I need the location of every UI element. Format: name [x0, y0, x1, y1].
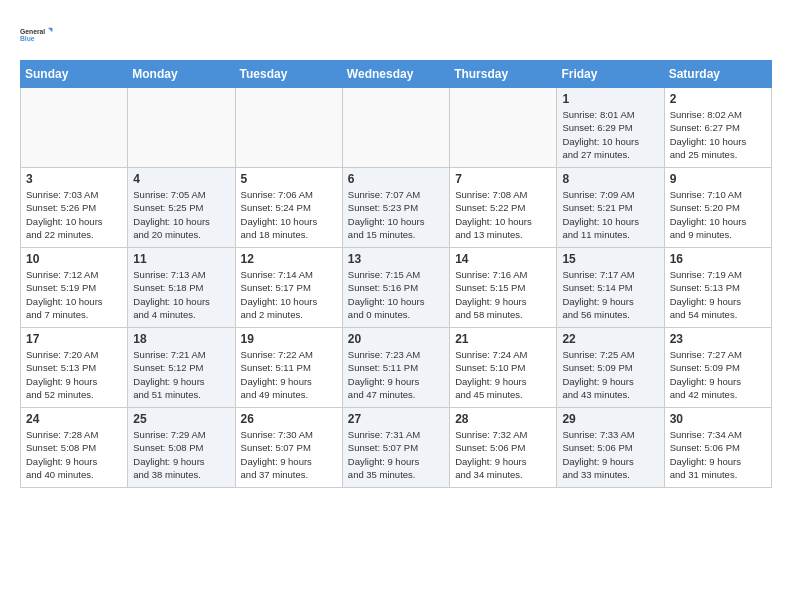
- calendar-cell: [128, 88, 235, 168]
- calendar-cell: 2Sunrise: 8:02 AMSunset: 6:27 PMDaylight…: [664, 88, 771, 168]
- calendar-cell: 1Sunrise: 8:01 AMSunset: 6:29 PMDaylight…: [557, 88, 664, 168]
- day-info: Sunrise: 7:28 AMSunset: 5:08 PMDaylight:…: [26, 428, 122, 481]
- calendar-cell: 27Sunrise: 7:31 AMSunset: 5:07 PMDayligh…: [342, 408, 449, 488]
- calendar-week-row: 17Sunrise: 7:20 AMSunset: 5:13 PMDayligh…: [21, 328, 772, 408]
- day-number: 28: [455, 412, 551, 426]
- svg-text:Blue: Blue: [20, 35, 35, 42]
- day-info: Sunrise: 7:12 AMSunset: 5:19 PMDaylight:…: [26, 268, 122, 321]
- day-number: 24: [26, 412, 122, 426]
- calendar-cell: 24Sunrise: 7:28 AMSunset: 5:08 PMDayligh…: [21, 408, 128, 488]
- calendar-week-row: 24Sunrise: 7:28 AMSunset: 5:08 PMDayligh…: [21, 408, 772, 488]
- calendar-cell: [235, 88, 342, 168]
- calendar-header-tuesday: Tuesday: [235, 61, 342, 88]
- calendar-week-row: 10Sunrise: 7:12 AMSunset: 5:19 PMDayligh…: [21, 248, 772, 328]
- day-info: Sunrise: 7:16 AMSunset: 5:15 PMDaylight:…: [455, 268, 551, 321]
- day-number: 15: [562, 252, 658, 266]
- day-number: 18: [133, 332, 229, 346]
- day-number: 9: [670, 172, 766, 186]
- calendar-table: SundayMondayTuesdayWednesdayThursdayFrid…: [20, 60, 772, 488]
- day-number: 4: [133, 172, 229, 186]
- calendar-cell: 4Sunrise: 7:05 AMSunset: 5:25 PMDaylight…: [128, 168, 235, 248]
- day-info: Sunrise: 7:17 AMSunset: 5:14 PMDaylight:…: [562, 268, 658, 321]
- calendar-cell: 15Sunrise: 7:17 AMSunset: 5:14 PMDayligh…: [557, 248, 664, 328]
- calendar-header-saturday: Saturday: [664, 61, 771, 88]
- day-number: 29: [562, 412, 658, 426]
- day-info: Sunrise: 7:30 AMSunset: 5:07 PMDaylight:…: [241, 428, 337, 481]
- day-info: Sunrise: 7:31 AMSunset: 5:07 PMDaylight:…: [348, 428, 444, 481]
- day-number: 8: [562, 172, 658, 186]
- calendar-week-row: 1Sunrise: 8:01 AMSunset: 6:29 PMDaylight…: [21, 88, 772, 168]
- day-number: 6: [348, 172, 444, 186]
- day-info: Sunrise: 7:08 AMSunset: 5:22 PMDaylight:…: [455, 188, 551, 241]
- calendar-cell: 12Sunrise: 7:14 AMSunset: 5:17 PMDayligh…: [235, 248, 342, 328]
- logo-icon: GeneralBlue: [20, 20, 56, 50]
- day-info: Sunrise: 7:20 AMSunset: 5:13 PMDaylight:…: [26, 348, 122, 401]
- calendar-cell: 21Sunrise: 7:24 AMSunset: 5:10 PMDayligh…: [450, 328, 557, 408]
- calendar-cell: 9Sunrise: 7:10 AMSunset: 5:20 PMDaylight…: [664, 168, 771, 248]
- calendar-cell: 30Sunrise: 7:34 AMSunset: 5:06 PMDayligh…: [664, 408, 771, 488]
- day-info: Sunrise: 7:06 AMSunset: 5:24 PMDaylight:…: [241, 188, 337, 241]
- day-number: 21: [455, 332, 551, 346]
- day-info: Sunrise: 7:22 AMSunset: 5:11 PMDaylight:…: [241, 348, 337, 401]
- day-info: Sunrise: 7:34 AMSunset: 5:06 PMDaylight:…: [670, 428, 766, 481]
- day-info: Sunrise: 7:21 AMSunset: 5:12 PMDaylight:…: [133, 348, 229, 401]
- day-number: 23: [670, 332, 766, 346]
- calendar-cell: 28Sunrise: 7:32 AMSunset: 5:06 PMDayligh…: [450, 408, 557, 488]
- day-number: 10: [26, 252, 122, 266]
- day-info: Sunrise: 7:13 AMSunset: 5:18 PMDaylight:…: [133, 268, 229, 321]
- day-info: Sunrise: 7:24 AMSunset: 5:10 PMDaylight:…: [455, 348, 551, 401]
- day-info: Sunrise: 7:33 AMSunset: 5:06 PMDaylight:…: [562, 428, 658, 481]
- day-info: Sunrise: 7:07 AMSunset: 5:23 PMDaylight:…: [348, 188, 444, 241]
- calendar-cell: [21, 88, 128, 168]
- calendar-cell: 22Sunrise: 7:25 AMSunset: 5:09 PMDayligh…: [557, 328, 664, 408]
- calendar-cell: 8Sunrise: 7:09 AMSunset: 5:21 PMDaylight…: [557, 168, 664, 248]
- day-number: 20: [348, 332, 444, 346]
- day-info: Sunrise: 7:27 AMSunset: 5:09 PMDaylight:…: [670, 348, 766, 401]
- day-info: Sunrise: 7:25 AMSunset: 5:09 PMDaylight:…: [562, 348, 658, 401]
- day-info: Sunrise: 7:29 AMSunset: 5:08 PMDaylight:…: [133, 428, 229, 481]
- calendar-header-monday: Monday: [128, 61, 235, 88]
- calendar-cell: [342, 88, 449, 168]
- calendar-header-wednesday: Wednesday: [342, 61, 449, 88]
- calendar-cell: 23Sunrise: 7:27 AMSunset: 5:09 PMDayligh…: [664, 328, 771, 408]
- calendar-cell: 29Sunrise: 7:33 AMSunset: 5:06 PMDayligh…: [557, 408, 664, 488]
- day-number: 17: [26, 332, 122, 346]
- day-number: 2: [670, 92, 766, 106]
- day-number: 25: [133, 412, 229, 426]
- calendar-cell: 17Sunrise: 7:20 AMSunset: 5:13 PMDayligh…: [21, 328, 128, 408]
- calendar-header-thursday: Thursday: [450, 61, 557, 88]
- day-info: Sunrise: 7:23 AMSunset: 5:11 PMDaylight:…: [348, 348, 444, 401]
- calendar-cell: 14Sunrise: 7:16 AMSunset: 5:15 PMDayligh…: [450, 248, 557, 328]
- day-number: 16: [670, 252, 766, 266]
- calendar-cell: 20Sunrise: 7:23 AMSunset: 5:11 PMDayligh…: [342, 328, 449, 408]
- day-info: Sunrise: 7:05 AMSunset: 5:25 PMDaylight:…: [133, 188, 229, 241]
- calendar-cell: 10Sunrise: 7:12 AMSunset: 5:19 PMDayligh…: [21, 248, 128, 328]
- day-number: 30: [670, 412, 766, 426]
- day-number: 5: [241, 172, 337, 186]
- day-number: 22: [562, 332, 658, 346]
- calendar-cell: 7Sunrise: 7:08 AMSunset: 5:22 PMDaylight…: [450, 168, 557, 248]
- day-number: 19: [241, 332, 337, 346]
- day-info: Sunrise: 8:02 AMSunset: 6:27 PMDaylight:…: [670, 108, 766, 161]
- logo: GeneralBlue: [20, 20, 56, 50]
- calendar-cell: 18Sunrise: 7:21 AMSunset: 5:12 PMDayligh…: [128, 328, 235, 408]
- day-info: Sunrise: 8:01 AMSunset: 6:29 PMDaylight:…: [562, 108, 658, 161]
- day-info: Sunrise: 7:03 AMSunset: 5:26 PMDaylight:…: [26, 188, 122, 241]
- calendar-cell: 11Sunrise: 7:13 AMSunset: 5:18 PMDayligh…: [128, 248, 235, 328]
- page-header: GeneralBlue: [20, 20, 772, 50]
- day-info: Sunrise: 7:19 AMSunset: 5:13 PMDaylight:…: [670, 268, 766, 321]
- calendar-cell: 3Sunrise: 7:03 AMSunset: 5:26 PMDaylight…: [21, 168, 128, 248]
- calendar-cell: 26Sunrise: 7:30 AMSunset: 5:07 PMDayligh…: [235, 408, 342, 488]
- calendar-cell: 6Sunrise: 7:07 AMSunset: 5:23 PMDaylight…: [342, 168, 449, 248]
- calendar-cell: 5Sunrise: 7:06 AMSunset: 5:24 PMDaylight…: [235, 168, 342, 248]
- calendar-cell: 19Sunrise: 7:22 AMSunset: 5:11 PMDayligh…: [235, 328, 342, 408]
- day-info: Sunrise: 7:32 AMSunset: 5:06 PMDaylight:…: [455, 428, 551, 481]
- day-info: Sunrise: 7:09 AMSunset: 5:21 PMDaylight:…: [562, 188, 658, 241]
- calendar-cell: [450, 88, 557, 168]
- day-number: 13: [348, 252, 444, 266]
- day-number: 27: [348, 412, 444, 426]
- day-number: 26: [241, 412, 337, 426]
- calendar-cell: 25Sunrise: 7:29 AMSunset: 5:08 PMDayligh…: [128, 408, 235, 488]
- day-info: Sunrise: 7:10 AMSunset: 5:20 PMDaylight:…: [670, 188, 766, 241]
- day-number: 11: [133, 252, 229, 266]
